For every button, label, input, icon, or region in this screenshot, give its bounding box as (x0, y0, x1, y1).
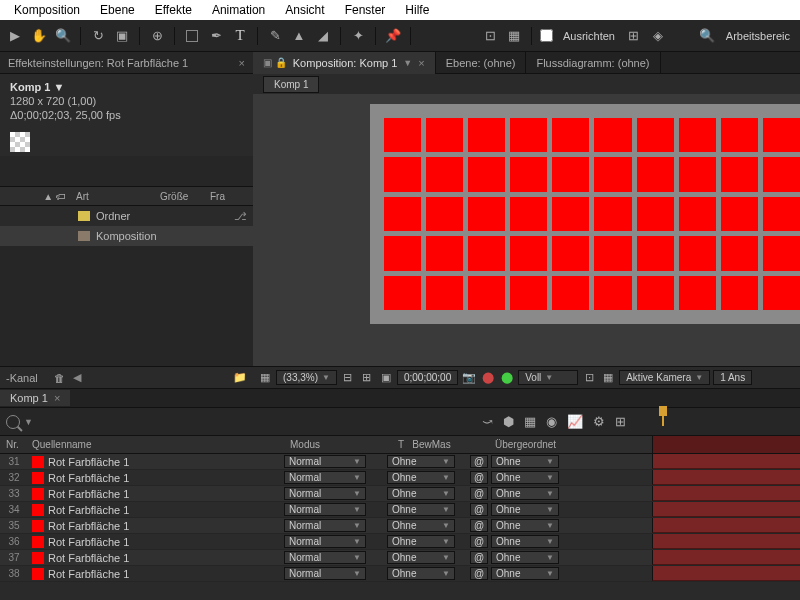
close-icon[interactable]: × (54, 392, 60, 404)
layer-row[interactable]: 31Rot Farbfläche 1Normal▼Ohne▼@Ohne▼ (0, 454, 800, 470)
snap-opt-icon[interactable]: ⊞ (623, 25, 645, 47)
switch-icon[interactable]: ⊞ (615, 414, 626, 429)
layer-name[interactable]: Rot Farbfläche 1 (48, 536, 284, 548)
zoom-tool-icon[interactable]: 🔍 (52, 25, 74, 47)
grid-icon[interactable]: ▦ (257, 371, 273, 384)
layer-row[interactable]: 34Rot Farbfläche 1Normal▼Ohne▼@Ohne▼ (0, 502, 800, 518)
mode-dropdown[interactable]: Normal▼ (284, 519, 366, 532)
layer-name[interactable]: Rot Farbfläche 1 (48, 488, 284, 500)
layer-bar[interactable] (652, 534, 800, 549)
layer-color-icon[interactable] (32, 472, 44, 484)
menu-hilfe[interactable]: Hilfe (395, 1, 439, 19)
layer-bar[interactable] (652, 518, 800, 533)
mode-dropdown[interactable]: Normal▼ (284, 471, 366, 484)
menu-animation[interactable]: Animation (202, 1, 275, 19)
parent-pickwhip-icon[interactable]: @ (470, 567, 488, 580)
layer-name[interactable]: Rot Farbfläche 1 (48, 568, 284, 580)
col-quellenname[interactable]: Quellenname (28, 439, 290, 450)
trkmat-dropdown[interactable]: Ohne▼ (387, 567, 455, 580)
trkmat-dropdown[interactable]: Ohne▼ (387, 471, 455, 484)
menu-effekte[interactable]: Effekte (145, 1, 202, 19)
trkmat-dropdown[interactable]: Ohne▼ (387, 535, 455, 548)
snap-icon[interactable]: ⊡ (479, 25, 501, 47)
camera-dropdown[interactable]: Aktive Kamera▼ (619, 370, 710, 385)
col-art[interactable]: Art (70, 191, 160, 202)
parent-pickwhip-icon[interactable]: @ (470, 551, 488, 564)
close-icon[interactable]: × (239, 57, 245, 69)
snap-icon-2[interactable]: ▦ (503, 25, 525, 47)
mode-dropdown[interactable]: Normal▼ (284, 535, 366, 548)
trash-icon[interactable]: 🗑 (54, 372, 65, 384)
layer-bar[interactable] (652, 470, 800, 485)
parent-dropdown[interactable]: Ohne▼ (491, 503, 559, 516)
anchor-tool-icon[interactable]: ⊕ (146, 25, 168, 47)
3d-icon[interactable]: ⬢ (503, 414, 514, 429)
mode-dropdown[interactable]: Normal▼ (284, 503, 366, 516)
search-icon[interactable] (6, 415, 20, 429)
chevron-down-icon[interactable]: ▼ (403, 58, 412, 68)
layer-row[interactable]: 36Rot Farbfläche 1Normal▼Ohne▼@Ohne▼ (0, 534, 800, 550)
camera-tool-icon[interactable]: ▣ (111, 25, 133, 47)
shy-icon[interactable]: ⤻ (482, 414, 493, 429)
chevron-down-icon[interactable]: ▼ (24, 417, 33, 427)
project-row-comp[interactable]: Komposition (0, 226, 253, 246)
layer-name[interactable]: Rot Farbfläche 1 (48, 520, 284, 532)
layer-color-icon[interactable] (32, 520, 44, 532)
close-icon[interactable]: × (418, 57, 424, 69)
trkmat-dropdown[interactable]: Ohne▼ (387, 503, 455, 516)
layer-color-icon[interactable] (32, 536, 44, 548)
layer-color-icon[interactable] (32, 504, 44, 516)
col-fra[interactable]: Fra (210, 191, 240, 202)
project-row-folder[interactable]: Ordner ⎇ (0, 206, 253, 226)
resolution-dropdown[interactable]: Voll▼ (518, 370, 578, 385)
exp-icon[interactable]: ⊡ (581, 371, 597, 384)
layer-color-icon[interactable] (32, 456, 44, 468)
zoom-dropdown[interactable]: (33,3%)▼ (276, 370, 337, 385)
layer-row[interactable]: 38Rot Farbfläche 1Normal▼Ohne▼@Ohne▼ (0, 566, 800, 582)
pin-tool-icon[interactable]: 📌 (382, 25, 404, 47)
parent-pickwhip-icon[interactable]: @ (470, 455, 488, 468)
pen-tool-icon[interactable]: ✒ (205, 25, 227, 47)
trkmat-dropdown[interactable]: Ohne▼ (387, 551, 455, 564)
layer-row[interactable]: 33Rot Farbfläche 1Normal▼Ohne▼@Ohne▼ (0, 486, 800, 502)
grid2-icon[interactable]: ▦ (600, 371, 616, 384)
workspace-label[interactable]: Arbeitsbereic (726, 30, 790, 42)
tab-flussdiagramm[interactable]: Flussdiagramm: (ohne) (526, 52, 660, 74)
col-groesse[interactable]: Größe (160, 191, 210, 202)
rotate-tool-icon[interactable]: ↻ (87, 25, 109, 47)
layer-name[interactable]: Rot Farbfläche 1 (48, 504, 284, 516)
layer-bar[interactable] (652, 566, 800, 581)
parent-dropdown[interactable]: Ohne▼ (491, 471, 559, 484)
brush-tool-icon[interactable]: ✎ (264, 25, 286, 47)
timeline-tab-komp1[interactable]: Komp 1× (0, 390, 70, 406)
layer-row[interactable]: 35Rot Farbfläche 1Normal▼Ohne▼@Ohne▼ (0, 518, 800, 534)
layer-row[interactable]: 37Rot Farbfläche 1Normal▼Ohne▼@Ohne▼ (0, 550, 800, 566)
parent-pickwhip-icon[interactable]: @ (470, 519, 488, 532)
tab-ebene[interactable]: Ebene: (ohne) (436, 52, 527, 74)
layer-color-icon[interactable] (32, 552, 44, 564)
parent-pickwhip-icon[interactable]: @ (470, 487, 488, 500)
snapshot-icon[interactable]: 📷 (461, 371, 477, 384)
layer-name[interactable]: Rot Farbfläche 1 (48, 552, 284, 564)
mode-dropdown[interactable]: Normal▼ (284, 567, 366, 580)
roi-icon[interactable]: ⊞ (359, 371, 375, 384)
layer-row[interactable]: 32Rot Farbfläche 1Normal▼Ohne▼@Ohne▼ (0, 470, 800, 486)
effect-controls-tab[interactable]: Effekteinstellungen: Rot Farbfläche 1 × (0, 52, 253, 74)
parent-pickwhip-icon[interactable]: @ (470, 471, 488, 484)
layer-name[interactable]: Rot Farbfläche 1 (48, 472, 284, 484)
parent-dropdown[interactable]: Ohne▼ (491, 567, 559, 580)
hand-tool-icon[interactable]: ✋ (28, 25, 50, 47)
subtab-komp1[interactable]: Komp 1 (263, 76, 319, 93)
channel-icon[interactable]: ⬤ (480, 371, 496, 384)
trkmat-dropdown[interactable]: Ohne▼ (387, 487, 455, 500)
time-marker[interactable] (656, 406, 670, 424)
motion-blur-icon[interactable]: ◉ (546, 414, 557, 429)
trkmat-dropdown[interactable]: Ohne▼ (387, 455, 455, 468)
trkmat-dropdown[interactable]: Ohne▼ (387, 519, 455, 532)
tab-komposition[interactable]: ▣ 🔒 Komposition: Komp 1 ▼ × (253, 52, 436, 74)
menu-ansicht[interactable]: Ansicht (275, 1, 334, 19)
col-nr[interactable]: Nr. (0, 439, 28, 450)
frame-blend-icon[interactable]: ▦ (524, 414, 536, 429)
composition-viewer[interactable] (253, 94, 800, 366)
layer-color-icon[interactable] (32, 488, 44, 500)
